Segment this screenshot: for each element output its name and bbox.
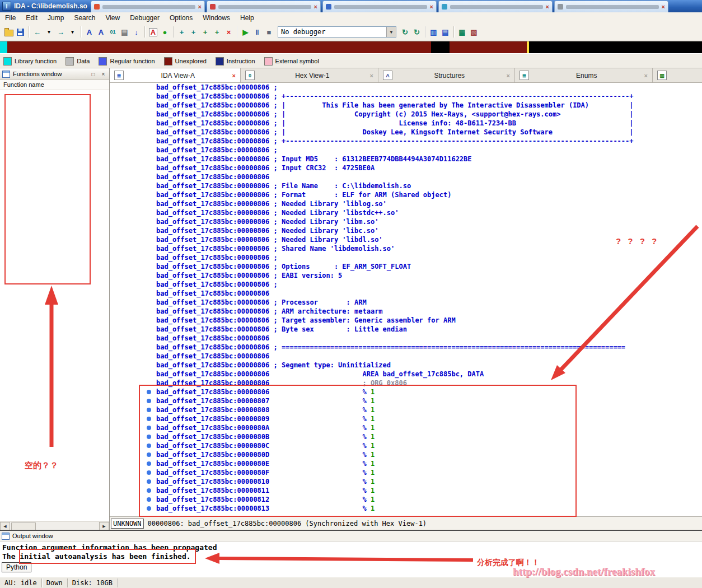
print-button[interactable]: ▤ <box>119 26 130 38</box>
background-tab[interactable]: × <box>554 1 668 12</box>
tab-close-icon[interactable]: × <box>198 3 202 10</box>
menu-windows[interactable]: Windows <box>198 12 235 24</box>
combo-arrow-icon[interactable]: ▼ <box>386 27 396 37</box>
listing-line[interactable]: bad_offset_17c885bc:00000806 ; Needed Li… <box>110 226 702 235</box>
debugger-select[interactable]: No debugger ▼ <box>278 26 396 38</box>
listing-line[interactable]: bad_offset_17c885bc:00000806 ; File Name… <box>110 181 702 190</box>
add-segment-button[interactable]: + <box>211 26 223 38</box>
listing-line[interactable]: bad_offset_17c885bc:00000806 ; Processor… <box>110 298 702 307</box>
tab-ida-view-a[interactable]: ≣IDA View-A× <box>110 68 241 82</box>
listing-line[interactable]: bad_offset_17c885bc:00000806 ; <box>110 280 702 289</box>
listing-line[interactable]: bad_offset_17c885bc:00000806 ; <box>110 253 702 262</box>
listing-line[interactable]: bad_offset_17c885bc:00000806 ; | Copyrig… <box>110 110 702 119</box>
add-function-button[interactable]: + <box>199 26 211 38</box>
jump-address-button[interactable]: ↓ <box>130 26 142 38</box>
listing-line[interactable]: bad_offset_17c885bc:00000806 ; <box>110 83 702 92</box>
open-structures-button[interactable]: ▤ <box>439 26 451 38</box>
listing-line[interactable]: bad_offset_17c885bc:00000806 ; Input CRC… <box>110 164 702 172</box>
listing-line[interactable]: bad_offset_17c885bc:00000806 ; Needed Li… <box>110 199 702 208</box>
tab-close-icon[interactable]: × <box>314 3 317 10</box>
menu-edit[interactable]: Edit <box>21 12 43 24</box>
search-text-button[interactable]: A <box>95 26 107 38</box>
listing-line[interactable]: bad_offset_17c885bc:00000806 ; =========… <box>110 343 702 352</box>
listing-line[interactable]: bad_offset_17c885bc:00000806 <box>110 352 702 361</box>
menu-debugger[interactable]: Debugger <box>125 12 165 24</box>
search-names-button[interactable]: A <box>83 26 95 38</box>
nav-band-segment[interactable] <box>450 41 527 53</box>
listing-line[interactable]: bad_offset_17c885bc:00000806 <box>110 172 702 181</box>
listing-line[interactable]: bad_offset_17c885bc:00000806 ; +--------… <box>110 137 702 146</box>
listing-line[interactable]: bad_offset_17c885bc:00000806 ; Shared Na… <box>110 244 702 253</box>
function-name-column-header[interactable]: Function name <box>0 80 109 90</box>
listing-line[interactable]: bad_offset_17c885bc:00000806 ; | This Fi… <box>110 101 702 110</box>
nav-band-segment[interactable] <box>529 41 702 53</box>
listing-line[interactable]: bad_offset_17c885bc:00000806 ; Target as… <box>110 316 702 325</box>
listing-line[interactable]: bad_offset_17c885bc:00000806 <box>110 289 702 298</box>
listing-line[interactable]: bad_offset_17c885bc:00000806 ; Needed Li… <box>110 208 702 217</box>
nav-band-segment[interactable] <box>7 41 431 53</box>
listing-line[interactable]: bad_offset_17c885bc:00000806 ; | Doskey … <box>110 128 702 137</box>
enable-button[interactable]: ● <box>159 26 171 38</box>
tab-close-icon[interactable]: × <box>232 72 236 79</box>
listing-line[interactable]: bad_offset_17c885bc:00000806 ; Options :… <box>110 262 702 271</box>
patch-word-button[interactable]: + <box>188 26 199 38</box>
tab-hex-view-1[interactable]: 0Hex View-1× <box>241 68 378 82</box>
output-window-titlebar[interactable]: Output window <box>0 531 702 542</box>
stop-process-button[interactable]: ■ <box>263 26 275 38</box>
listing-line[interactable]: bad_offset_17c885bc:00000806 ; ARM archi… <box>110 307 702 316</box>
edit-struct-button[interactable]: ▧ <box>468 26 480 38</box>
tab-close-icon[interactable]: × <box>644 72 648 79</box>
tab-enums[interactable]: ≣Enums× <box>515 68 653 82</box>
step-over-button[interactable]: ↻ <box>411 26 423 38</box>
close-icon[interactable]: × <box>100 71 107 77</box>
start-process-button[interactable]: ▶ <box>240 26 251 38</box>
background-tab[interactable]: × <box>207 1 321 12</box>
nav-band-segment[interactable] <box>0 41 7 53</box>
patch-byte-button[interactable]: + <box>176 26 188 38</box>
restore-icon[interactable]: □ <box>90 71 97 77</box>
background-tab[interactable]: × <box>322 1 437 12</box>
tab-close-icon[interactable]: × <box>546 3 549 10</box>
image-a-button[interactable]: A <box>147 26 159 38</box>
listing-line[interactable]: bad_offset_17c885bc:00000806 ; | License… <box>110 119 702 128</box>
background-tab[interactable]: × <box>438 1 553 12</box>
save-button[interactable] <box>15 26 26 38</box>
navigate-forward-button[interactable]: → <box>55 26 67 38</box>
tab-structures[interactable]: AStructures× <box>378 68 515 82</box>
back-history-button[interactable]: ▾ <box>43 26 55 38</box>
listing-line[interactable]: bad_offset_17c885bc:00000806 ; Segment t… <box>110 361 702 370</box>
create-struct-button[interactable]: ▦ <box>456 26 468 38</box>
listing-line[interactable]: bad_offset_17c885bc:00000806 ; <box>110 146 702 155</box>
listing-line[interactable]: bad_offset_17c885bc:00000806 ; Byte sex … <box>110 325 702 334</box>
listing-line[interactable]: bad_offset_17c885bc:00000806 ; Needed Li… <box>110 217 702 226</box>
listing-line[interactable]: bad_offset_17c885bc:00000806 ; EABI vers… <box>110 271 702 280</box>
search-binary-button[interactable]: 01 <box>107 26 119 38</box>
nav-band[interactable] <box>0 41 702 54</box>
menu-help[interactable]: Help <box>235 12 259 24</box>
step-into-button[interactable]: ↻ <box>399 26 411 38</box>
listing-line[interactable]: bad_offset_17c885bc:00000806 ; Input MD5… <box>110 155 702 164</box>
forward-history-button[interactable]: ▾ <box>67 26 78 38</box>
navigate-back-button[interactable]: ← <box>31 26 43 38</box>
tab-close-icon[interactable]: × <box>430 3 433 10</box>
tab-close-icon[interactable]: × <box>662 3 665 10</box>
tab-close-icon[interactable]: × <box>370 72 373 79</box>
tab-stub[interactable]: ▥ <box>653 68 702 82</box>
listing-line[interactable]: bad_offset_17c885bc:00000806 ; Needed Li… <box>110 235 702 244</box>
menu-jump[interactable]: Jump <box>43 12 69 24</box>
nav-band-segment[interactable] <box>431 41 450 53</box>
delete-button[interactable]: × <box>223 26 235 38</box>
tab-close-icon[interactable]: × <box>507 72 510 79</box>
listing-line[interactable]: bad_offset_17c885bc:00000806 <box>110 334 702 343</box>
background-tab[interactable]: × <box>91 1 205 12</box>
listing-line[interactable]: bad_offset_17c885bc:00000806 ; +--------… <box>110 92 702 101</box>
pause-process-button[interactable]: ‖ <box>251 26 263 38</box>
menu-view[interactable]: View <box>100 12 125 24</box>
menu-search[interactable]: Search <box>69 12 100 24</box>
menu-options[interactable]: Options <box>165 12 198 24</box>
listing-line[interactable]: bad_offset_17c885bc:00000806 AREA bad_of… <box>110 370 702 379</box>
open-subview-button[interactable]: ▥ <box>428 26 439 38</box>
functions-window-titlebar[interactable]: Functions window □ × <box>0 68 109 80</box>
menu-file[interactable]: File <box>0 12 21 24</box>
open-file-button[interactable] <box>3 26 15 38</box>
